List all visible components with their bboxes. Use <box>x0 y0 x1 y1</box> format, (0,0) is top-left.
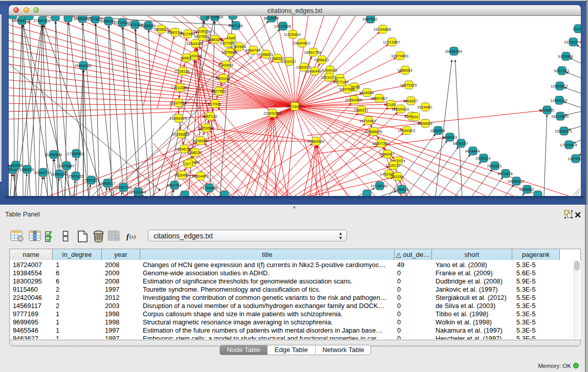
svg-text:18807249: 18807249 <box>372 141 389 146</box>
svg-text:12213967: 12213967 <box>383 40 400 45</box>
svg-text:16782759: 16782759 <box>114 185 132 190</box>
svg-text:10973493: 10973493 <box>391 54 408 58</box>
svg-text:604: 604 <box>412 115 419 119</box>
svg-text:16154838: 16154838 <box>374 27 391 32</box>
svg-text:8813054: 8813054 <box>264 16 279 20</box>
svg-text:17957223: 17957223 <box>82 178 99 183</box>
svg-text:11325419: 11325419 <box>284 32 300 37</box>
svg-text:10025433: 10025433 <box>391 107 409 112</box>
svg-text:16210643: 16210643 <box>551 114 569 119</box>
svg-text:10958117: 10958117 <box>98 181 115 186</box>
svg-text:9657791: 9657791 <box>166 183 182 188</box>
svg-text:2803144: 2803144 <box>215 76 230 81</box>
svg-text:8427552: 8427552 <box>211 89 226 94</box>
svg-text:(x): (x) <box>129 233 136 240</box>
svg-text:19384554: 19384554 <box>307 139 324 144</box>
svg-text:1640954: 1640954 <box>430 128 445 133</box>
svg-text:1621072: 1621072 <box>321 75 336 80</box>
svg-text:1733426: 1733426 <box>394 187 409 192</box>
svg-text:15716485: 15716485 <box>200 186 217 190</box>
svg-text:19166825: 19166825 <box>172 132 189 137</box>
svg-text:7357224: 7357224 <box>228 24 243 28</box>
svg-text:16961758: 16961758 <box>304 50 321 55</box>
svg-text:20206536: 20206536 <box>45 152 62 157</box>
svg-text:9777169: 9777169 <box>333 80 349 84</box>
svg-text:9242848: 9242848 <box>218 63 233 68</box>
svg-text:252254: 252254 <box>390 174 403 179</box>
svg-text:15692971: 15692971 <box>555 129 572 134</box>
svg-text:15720407: 15720407 <box>359 119 377 123</box>
svg-text:12213389: 12213389 <box>171 85 188 90</box>
svg-text:9463627: 9463627 <box>403 99 418 103</box>
svg-text:15640910: 15640910 <box>293 41 310 46</box>
svg-text:6794028: 6794028 <box>322 68 337 73</box>
svg-text:10807467: 10807467 <box>370 96 387 101</box>
svg-text:9115460: 9115460 <box>418 105 432 110</box>
svg-text:11451194: 11451194 <box>51 172 68 177</box>
svg-text:2718126: 2718126 <box>175 69 190 74</box>
svg-text:6497508: 6497508 <box>339 87 355 92</box>
svg-text:98963: 98963 <box>180 56 191 60</box>
svg-text:7485063: 7485063 <box>397 68 412 73</box>
svg-text:15751074: 15751074 <box>564 40 581 45</box>
svg-text:8215955: 8215955 <box>539 108 554 113</box>
svg-text:2935114: 2935114 <box>476 156 491 161</box>
svg-text:9899695: 9899695 <box>417 121 432 126</box>
svg-text:2367608: 2367608 <box>231 45 246 49</box>
svg-text:7663822: 7663822 <box>153 27 168 32</box>
svg-text:7955812: 7955812 <box>314 58 329 62</box>
svg-text:8938923: 8938923 <box>442 135 457 140</box>
svg-text:2887682: 2887682 <box>362 17 378 21</box>
svg-text:8990448: 8990448 <box>307 69 322 74</box>
svg-text:11353504: 11353504 <box>197 126 214 130</box>
svg-text:8678352: 8678352 <box>192 139 208 143</box>
svg-text:9129966: 9129966 <box>558 54 573 59</box>
svg-text:19218506: 19218506 <box>274 24 291 29</box>
svg-text:12505135: 12505135 <box>67 174 84 179</box>
svg-text:23975887: 23975887 <box>57 164 75 168</box>
svg-text:16033809: 16033809 <box>206 16 223 19</box>
svg-text:10914479: 10914479 <box>191 174 209 179</box>
svg-text:10688609: 10688609 <box>365 129 382 134</box>
svg-text:8471676: 8471676 <box>497 171 513 176</box>
svg-text:19654925: 19654925 <box>169 116 187 121</box>
svg-text:12923446: 12923446 <box>129 190 146 194</box>
svg-text:1615132: 1615132 <box>385 163 401 168</box>
svg-text:14136141: 14136141 <box>371 184 388 188</box>
svg-text:6879197: 6879197 <box>453 141 468 146</box>
svg-text:17016504: 17016504 <box>560 143 577 147</box>
svg-text:23300283: 23300283 <box>264 111 281 116</box>
svg-text:9474444: 9474444 <box>465 149 480 154</box>
svg-text:3624554: 3624554 <box>359 91 374 95</box>
svg-text:9227343: 9227343 <box>554 69 569 73</box>
svg-text:9084067: 9084067 <box>379 152 395 157</box>
svg-text:7632621: 7632621 <box>487 164 502 168</box>
svg-text:5675685: 5675685 <box>222 50 237 55</box>
svg-text:9245652: 9245652 <box>519 187 534 192</box>
svg-text:7625402: 7625402 <box>174 173 189 178</box>
svg-text:11123: 11123 <box>573 27 581 31</box>
svg-text:12942737: 12942737 <box>34 170 51 175</box>
svg-text:16648784: 16648784 <box>445 49 462 54</box>
svg-text:16107554: 16107554 <box>169 101 187 105</box>
svg-text:17359924: 17359924 <box>67 151 84 156</box>
svg-text:16543382: 16543382 <box>186 41 204 46</box>
svg-text:8912954: 8912954 <box>180 32 195 36</box>
svg-text:1156829: 1156829 <box>19 167 34 172</box>
svg-text:617006: 617006 <box>208 102 221 106</box>
svg-text:1167533: 1167533 <box>568 157 581 161</box>
svg-text:12444197: 12444197 <box>550 98 568 103</box>
svg-text:8322037: 8322037 <box>281 59 296 64</box>
svg-text:18724007: 18724007 <box>286 104 303 109</box>
svg-text:12093872: 12093872 <box>551 84 568 89</box>
svg-text:12975115: 12975115 <box>400 83 417 87</box>
svg-text:27691406: 27691406 <box>33 18 51 23</box>
svg-text:8267130: 8267130 <box>202 114 217 119</box>
svg-text:7386372: 7386372 <box>353 108 368 113</box>
svg-text:117: 117 <box>185 162 191 166</box>
svg-text:19654923: 19654923 <box>398 128 415 133</box>
svg-text:29053346: 29053346 <box>74 63 92 68</box>
svg-text:62160: 62160 <box>385 102 396 107</box>
svg-text:20364436: 20364436 <box>345 98 362 102</box>
svg-text:3498222: 3498222 <box>187 150 202 155</box>
